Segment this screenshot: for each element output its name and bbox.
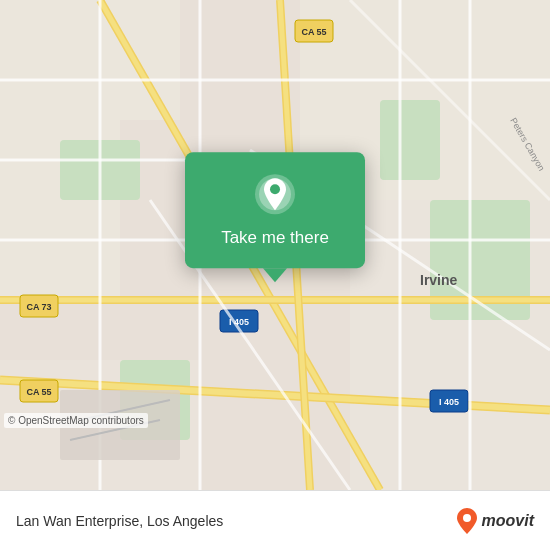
svg-point-48: [463, 514, 471, 522]
svg-text:CA 55: CA 55: [301, 27, 326, 37]
take-me-there-button[interactable]: Take me there: [221, 228, 329, 248]
map-container: CA 55 CA 55 I 405 I 405 CA 73 CA 55 Pete…: [0, 0, 550, 490]
moovit-pin-icon: [456, 508, 478, 534]
place-info: Lan Wan Enterprise, Los Angeles: [16, 513, 456, 529]
osm-attribution: © OpenStreetMap contributors: [4, 413, 148, 428]
svg-text:I 405: I 405: [439, 397, 459, 407]
svg-text:Irvine: Irvine: [420, 272, 458, 288]
svg-point-47: [270, 184, 280, 194]
moovit-text: moovit: [482, 512, 534, 530]
location-pin-icon: [253, 172, 297, 216]
bottom-bar: Lan Wan Enterprise, Los Angeles moovit: [0, 490, 550, 550]
svg-text:CA 55: CA 55: [26, 387, 51, 397]
moovit-logo: moovit: [456, 508, 534, 534]
svg-rect-7: [380, 100, 440, 180]
place-name: Lan Wan Enterprise, Los Angeles: [16, 513, 223, 529]
svg-text:CA 73: CA 73: [26, 302, 51, 312]
svg-rect-1: [0, 0, 180, 120]
popup-card: Take me there: [185, 152, 365, 268]
